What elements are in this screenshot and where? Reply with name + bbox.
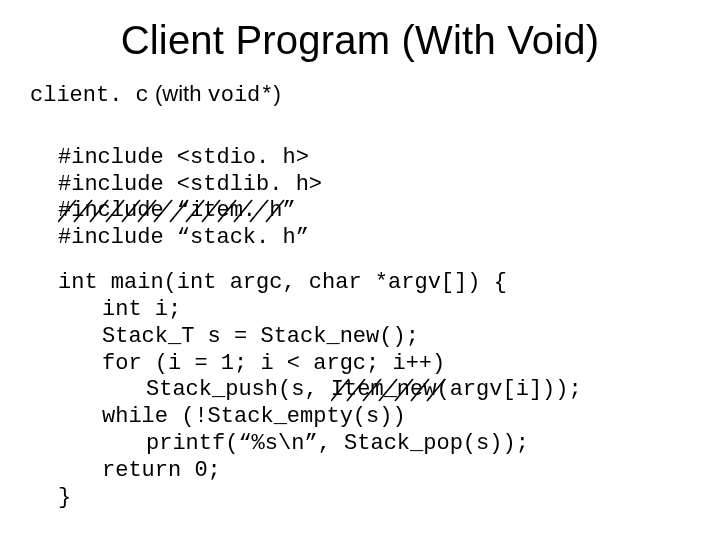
code-line: int i; — [58, 297, 181, 324]
code-text: Stack_push(s, — [146, 377, 331, 402]
code-line: #include “stack. h” — [58, 225, 309, 250]
code-line: while (!Stack_empty(s)) — [58, 404, 406, 431]
code-line: return 0; — [58, 458, 221, 485]
slide: Client Program (With Void) client. c (wi… — [0, 0, 720, 540]
blank-line — [58, 252, 690, 270]
code-text: argv[i])); — [450, 377, 582, 402]
subtitle-close: ) — [274, 81, 281, 106]
code-line: #include <stdio. h> — [58, 145, 309, 170]
code-inline-struck: Item_new( — [331, 377, 450, 404]
code-line: for (i = 1; i < argc; i++) — [58, 351, 445, 378]
subtitle-open: (with — [149, 81, 208, 106]
code-text: #include “item. h” — [58, 198, 296, 223]
code-line-struck: #include “item. h” — [58, 198, 296, 225]
code-line: Stack_T s = Stack_new(); — [58, 324, 419, 351]
code-text: Item_new( — [331, 377, 450, 402]
code-line: #include <stdlib. h> — [58, 172, 322, 197]
subtitle-file: client. c — [30, 83, 149, 108]
code-block: #include <stdio. h> #include <stdlib. h>… — [58, 118, 690, 538]
code-line: int main(int argc, char *argv[]) { — [58, 270, 507, 295]
code-line: Stack_push(s, Item_new(argv[i])); — [58, 377, 582, 404]
subtitle: client. c (with void*) — [30, 81, 690, 108]
subtitle-code: void* — [208, 83, 274, 108]
code-line: } — [58, 485, 71, 510]
code-line: printf(“%s\n”, Stack_pop(s)); — [58, 431, 529, 458]
slide-title: Client Program (With Void) — [30, 18, 690, 63]
